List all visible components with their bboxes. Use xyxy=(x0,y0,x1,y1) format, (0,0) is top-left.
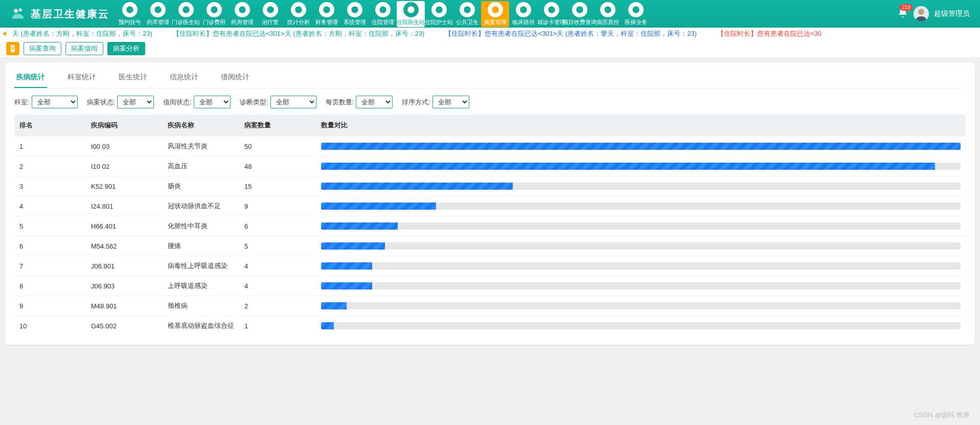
nav-item-7[interactable]: 财务管理 xyxy=(312,1,340,27)
nav-item-16[interactable]: 项目收费查询 xyxy=(565,1,594,27)
cell-count: 1 xyxy=(239,316,316,336)
nav-label: 公共卫生 xyxy=(456,18,478,26)
table-row: 1I00 03风湿性关节炎50 xyxy=(14,137,966,156)
cell-count: 4 xyxy=(239,276,316,296)
nav-item-9[interactable]: 住院管理 xyxy=(369,1,397,27)
col-bar: 数量对比 xyxy=(316,115,966,137)
cell-name: 病毒性上呼吸道感染 xyxy=(163,256,239,276)
nav-label: 药房管理 xyxy=(231,18,254,26)
nav-item-10[interactable]: 住院医生站 xyxy=(397,1,425,27)
nav-item-17[interactable]: 病历质控 xyxy=(594,1,622,27)
nav-item-1[interactable]: 药库管理 xyxy=(144,1,172,27)
nav-label: 财务管理 xyxy=(315,18,338,26)
cell-count: 9 xyxy=(239,196,316,216)
cell-count: 6 xyxy=(239,216,316,236)
nav-item-5[interactable]: 治疗室 xyxy=(256,1,284,27)
cell-bar xyxy=(316,216,966,236)
inner-tab[interactable]: 借阅统计 xyxy=(219,68,252,88)
filter-case-state: 病案状态:全部 xyxy=(87,96,154,108)
cell-bar xyxy=(316,236,966,256)
nav-item-4[interactable]: 药房管理 xyxy=(228,1,256,27)
table-row: 9M48.901颈椎病2 xyxy=(14,296,966,316)
nav-item-8[interactable]: 系统管理 xyxy=(340,1,369,27)
nav-icon xyxy=(572,2,587,17)
nav-icon xyxy=(319,2,334,17)
nav-icon xyxy=(178,2,194,17)
nav-item-6[interactable]: 统计分析 xyxy=(284,1,312,27)
cell-code: J06.901 xyxy=(86,256,163,276)
nav-label: 药库管理 xyxy=(147,18,169,26)
marquee-segment: 【住院时长】您有患者在院已达<301>天 (患者姓名：方刚，科室：住院部，床号：… xyxy=(173,29,425,38)
svg-point-7 xyxy=(267,6,274,13)
cell-count: 4 xyxy=(239,256,316,276)
inner-tab[interactable]: 科室统计 xyxy=(65,68,98,88)
nav-item-2[interactable]: 门诊医生站 xyxy=(172,1,200,27)
table-row: 7J06.901病毒性上呼吸道感染4 xyxy=(14,256,966,276)
cell-count: 15 xyxy=(239,176,316,196)
sort-select[interactable]: 全部 xyxy=(432,96,469,108)
cell-code: I24.801 xyxy=(86,196,163,216)
inner-tab[interactable]: 疾病统计 xyxy=(14,68,47,88)
dept-select[interactable]: 全部 xyxy=(32,96,78,108)
analysis-panel: 疾病统计科室统计医生统计信息统计借阅统计 科室:全部 病案状态:全部 借阅状态:… xyxy=(5,62,975,345)
cell-name: 椎基底动脉盗血综合征 xyxy=(163,316,239,336)
nav-icon xyxy=(460,2,475,17)
svg-point-20 xyxy=(632,6,640,13)
nav-item-14[interactable]: 临床路径 xyxy=(509,1,537,27)
nav-icon xyxy=(291,2,306,17)
cell-bar xyxy=(316,256,966,276)
nav-icon xyxy=(628,2,644,17)
nav-item-18[interactable]: 医保业务 xyxy=(622,1,650,27)
marquee-segment: 【住院时长】您有患者在院已达<30 xyxy=(717,29,822,38)
cell-count: 5 xyxy=(239,236,316,256)
nav-label: 医保业务 xyxy=(625,18,647,26)
diag-type-select[interactable]: 全部 xyxy=(270,96,316,108)
logo-area: 基层卫生健康云 xyxy=(4,4,113,24)
user-name: 超级管理员 xyxy=(934,9,970,18)
cell-name: 冠状动脉供血不足 xyxy=(163,196,239,216)
notification-badge: 218 xyxy=(900,4,913,11)
svg-point-17 xyxy=(548,6,555,13)
nav-label: 统计分析 xyxy=(287,18,310,26)
sub-tab[interactable]: 病案分析 xyxy=(107,42,145,55)
sub-tabs: 病案查询病案借阅病案分析 xyxy=(24,42,145,55)
nav-item-13[interactable]: 病案管理 xyxy=(481,1,509,27)
nav-icon xyxy=(150,2,166,17)
cell-name: 化脓性中耳炎 xyxy=(163,216,239,236)
table-row: 2I10 02高血压48 xyxy=(14,156,966,176)
cell-bar xyxy=(316,156,966,176)
sub-tab[interactable]: 病案查询 xyxy=(24,42,61,55)
nav-label: 门诊医生站 xyxy=(172,18,200,26)
inner-tab[interactable]: 信息统计 xyxy=(168,68,200,88)
nav-item-15[interactable]: 就诊卡管理 xyxy=(537,1,565,27)
nav-item-0[interactable]: 预约挂号 xyxy=(116,1,144,27)
notification-bell[interactable]: 218 xyxy=(897,7,908,20)
inner-tab[interactable]: 医生统计 xyxy=(117,68,149,88)
filter-bar: 科室:全部 病案状态:全部 借阅状态:全部 诊断类型:全部 每页数量:全部 排序… xyxy=(14,96,966,108)
svg-point-6 xyxy=(239,6,246,13)
nav-item-3[interactable]: 门诊费用 xyxy=(200,1,228,27)
table-row: 8J06.903上呼吸道感染4 xyxy=(14,276,966,296)
svg-point-5 xyxy=(211,6,218,13)
svg-point-18 xyxy=(576,6,583,13)
nav-icon xyxy=(544,2,559,17)
nav-label: 系统管理 xyxy=(344,18,366,26)
page-size-select[interactable]: 全部 xyxy=(356,96,393,108)
nav-item-11[interactable]: 住院护士站 xyxy=(425,1,453,27)
avatar[interactable] xyxy=(914,6,929,21)
cell-rank: 2 xyxy=(14,156,86,176)
case-state-select[interactable]: 全部 xyxy=(117,96,154,108)
cell-bar xyxy=(316,276,966,296)
svg-point-16 xyxy=(520,6,527,13)
cell-name: 风湿性关节炎 xyxy=(163,137,239,156)
cell-rank: 7 xyxy=(14,256,86,276)
cell-count: 50 xyxy=(239,137,316,156)
sub-tab[interactable]: 病案借阅 xyxy=(65,42,103,55)
nav-item-12[interactable]: 公共卫生 xyxy=(453,1,481,27)
borrow-state-select[interactable]: 全部 xyxy=(194,96,231,108)
marquee-segment: 天 (患者姓名：方刚，科室：住院部，床号：23) xyxy=(12,29,152,38)
nav-label: 预约挂号 xyxy=(119,18,141,26)
cell-count: 48 xyxy=(239,156,316,176)
cell-code: K52.901 xyxy=(86,176,163,196)
cell-rank: 1 xyxy=(14,137,86,156)
